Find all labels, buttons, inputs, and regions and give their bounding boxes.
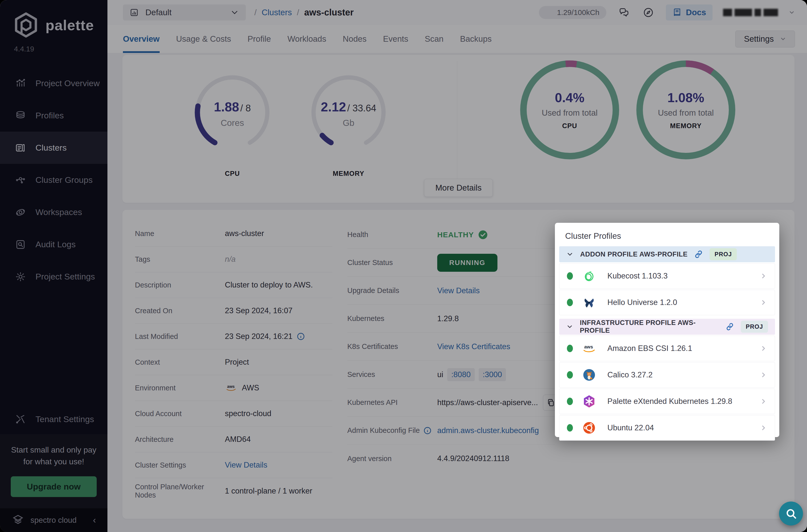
profile-layer-row-calico[interactable]: Calico 3.27.2 (559, 362, 775, 388)
ubuntu-icon (582, 421, 596, 435)
status-dot (567, 345, 573, 352)
proj-scope-badge: PROJ (741, 321, 768, 333)
profile-layer-name: Palette eXtended Kubernetes 1.29.8 (607, 397, 760, 406)
chevron-right-icon (760, 272, 767, 280)
calico-icon (582, 368, 596, 382)
profile-layer-row-hello-universe[interactable]: Hello Universe 1.2.0 (559, 290, 775, 315)
infrastructure-profile-section-header[interactable]: INFRASTRUCTURE PROFILE AWS-PROFILE PROJ (559, 319, 775, 335)
status-dot (567, 272, 573, 280)
chevron-down-icon (566, 323, 574, 330)
link-icon (694, 250, 703, 259)
addon-profile-name: ADDON PROFILE AWS-PROFILE (580, 250, 688, 258)
profile-layer-name: Amazon EBS CSI 1.26.1 (607, 344, 760, 353)
proj-scope-badge: PROJ (710, 248, 737, 260)
chevron-right-icon (760, 398, 767, 405)
app-window: palette 4.4.19 Project Overview Profiles… (0, 0, 807, 532)
profile-layer-row-ubuntu[interactable]: Ubuntu 22.04 (559, 415, 775, 441)
infrastructure-profile-name: INFRASTRUCTURE PROFILE AWS-PROFILE (580, 319, 719, 335)
profile-layer-row-kubecost[interactable]: Kubecost 1.103.3 (559, 263, 775, 289)
profile-layer-row-amazon-ebs[interactable]: aws Amazon EBS CSI 1.26.1 (559, 336, 775, 361)
svg-text:aws: aws (584, 344, 593, 349)
profile-layer-name: Calico 3.27.2 (607, 370, 760, 379)
cluster-profiles-panel: Cluster Profiles ADDON PROFILE AWS-PROFI… (555, 223, 779, 437)
profile-layer-name: Ubuntu 22.04 (607, 423, 760, 432)
link-icon (726, 322, 734, 331)
pxk-icon (582, 394, 596, 408)
chevron-right-icon (760, 371, 767, 379)
profile-layer-row-palette-extended-kubernetes[interactable]: Palette eXtended Kubernetes 1.29.8 (559, 388, 775, 414)
profile-layer-name: Hello Universe 1.2.0 (607, 298, 760, 307)
chevron-right-icon (760, 424, 767, 432)
status-dot (567, 371, 573, 379)
chevron-right-icon (760, 299, 767, 306)
hello-universe-icon (582, 295, 596, 310)
chevron-right-icon (760, 345, 767, 352)
status-dot (567, 424, 573, 432)
search-fab-button[interactable] (779, 501, 803, 526)
status-dot (567, 398, 573, 405)
aws-icon: aws (582, 341, 596, 356)
search-icon (785, 508, 797, 519)
status-dot (567, 299, 573, 306)
chevron-down-icon (566, 250, 574, 258)
kubecost-icon (582, 269, 596, 283)
addon-profile-section-header[interactable]: ADDON PROFILE AWS-PROFILE PROJ (559, 246, 775, 262)
profile-layer-name: Kubecost 1.103.3 (607, 271, 760, 281)
cluster-profiles-title: Cluster Profiles (559, 228, 775, 246)
